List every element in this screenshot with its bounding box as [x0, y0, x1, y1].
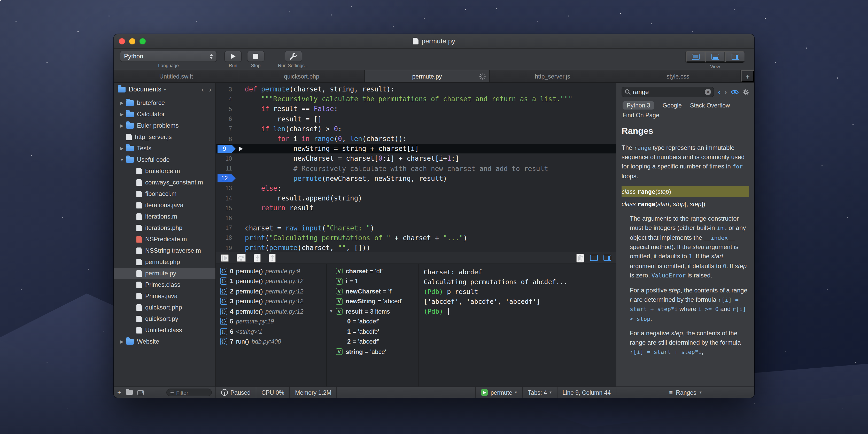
sidebar-item-Useful code[interactable]: ▼Useful code — [114, 154, 215, 165]
variable-charset[interactable]: Vcharset= 'df' — [327, 266, 418, 276]
docs-mode-select[interactable]: ≡ Ranges ▾ — [616, 387, 754, 398]
sidebar-item-Euler problems[interactable]: ▶Euler problems — [114, 120, 215, 131]
view-console-button[interactable] — [705, 51, 725, 63]
stack-frame-3[interactable]: {}3permute()permute.py:12 — [216, 296, 326, 306]
run-target-select[interactable]: permute ▾ — [476, 387, 522, 398]
sidebar-header[interactable]: Documents ▾ ‹ › — [114, 83, 215, 96]
code-line-11[interactable]: 11 # Recursively calculate with each new… — [216, 163, 616, 173]
new-tab-button[interactable]: + — [741, 70, 754, 82]
breakpoint-indicator[interactable]: 9 — [218, 145, 236, 153]
sidebar-item-Tests[interactable]: ▶Tests — [114, 143, 215, 154]
view-editor-button[interactable] — [686, 51, 705, 63]
reveal-file-button[interactable] — [137, 390, 144, 395]
stack-frame-4[interactable]: {}4permute()permute.py:12 — [216, 306, 326, 316]
continue-button[interactable] — [221, 254, 229, 262]
variable-result[interactable]: ▼Vresult= 3 items — [327, 306, 418, 316]
sidebar-back-button[interactable]: ‹ — [201, 86, 204, 93]
sidebar-item-Primes.class[interactable]: Primes.class — [114, 279, 215, 290]
code-line-3[interactable]: 3def permute(charset, string, result): — [216, 84, 616, 94]
sidebar-item-permute.py[interactable]: permute.py — [114, 268, 215, 279]
window-titlebar[interactable]: permute.py — [114, 34, 754, 49]
disclosure-triangle-icon[interactable]: ▶ — [118, 123, 126, 128]
docs-tab-Google[interactable]: Google — [663, 102, 682, 108]
code-line-18[interactable]: 18print("Calculating permutations of " +… — [216, 233, 616, 243]
console-output[interactable]: Charset: abcdefCalculating permutations … — [418, 264, 616, 386]
sidebar-forward-button[interactable]: › — [209, 86, 211, 93]
clear-console-button[interactable] — [576, 253, 584, 262]
sidebar-item-http_server.js[interactable]: http_server.js — [114, 131, 215, 143]
code-line-14[interactable]: 14 result.append(string) — [216, 193, 616, 203]
close-button[interactable] — [119, 38, 125, 44]
code-line-13[interactable]: 13 else: — [216, 183, 616, 193]
code-line-19[interactable]: 19print(permute(charset, "", [])) — [216, 243, 616, 252]
variable-0[interactable]: 0= 'abcdef' — [327, 316, 418, 327]
toggle-console-panel-button[interactable] — [590, 255, 598, 261]
tab-permute.py[interactable]: permute.py — [365, 70, 490, 82]
view-sidebar-button[interactable] — [725, 51, 745, 63]
code-editor[interactable]: 3def permute(charset, string, result):4 … — [216, 83, 616, 252]
code-line-10[interactable]: 10 newCharset = charset[0:i] + charset[i… — [216, 154, 616, 163]
filter-input[interactable]: Filter — [166, 389, 212, 396]
sidebar-item-bruteforce[interactable]: ▶bruteforce — [114, 97, 215, 108]
code-line-12[interactable]: 12 permute(newCharset, newString, result… — [216, 173, 616, 183]
stack-frame-5[interactable]: {}5permute.py:19 — [216, 316, 326, 327]
add-file-button[interactable]: + — [117, 389, 121, 396]
sidebar-item-quicksort.php[interactable]: quicksort.php — [114, 302, 215, 313]
sidebar-item-NSPredicate.m[interactable]: NSPredicate.m — [114, 234, 215, 245]
step-over-button[interactable] — [237, 254, 246, 262]
code-line-15[interactable]: 15 return result — [216, 203, 616, 213]
debug-status[interactable]: Paused — [216, 387, 256, 398]
docs-back-button[interactable]: ‹ — [718, 88, 721, 96]
sidebar-item-Untitled.class[interactable]: Untitled.class — [114, 324, 215, 336]
step-into-button[interactable] — [254, 253, 261, 262]
disclosure-triangle-icon[interactable]: ▶ — [118, 339, 126, 344]
variable-newCharset[interactable]: VnewCharset= 'f' — [327, 286, 418, 296]
gear-icon[interactable] — [742, 89, 749, 95]
tab-http_server.js[interactable]: http_server.js — [490, 70, 616, 82]
docs-tab-Stack Overflow[interactable]: Stack Overflow — [690, 102, 730, 108]
cursor-position[interactable]: Line 9, Column 44 — [557, 387, 616, 398]
sidebar-item-iterations.m[interactable]: iterations.m — [114, 211, 215, 222]
code-line-4[interactable]: 4 """Recursively calculate the permutati… — [216, 94, 616, 104]
stack-frame-1[interactable]: {}1permute()permute.py:12 — [216, 276, 326, 286]
language-select[interactable]: Python — [120, 51, 217, 62]
sidebar-item-fibonacci.m[interactable]: fibonacci.m — [114, 188, 215, 199]
stack-frame-0[interactable]: {}0permute()permute.py:9 — [216, 266, 326, 276]
sidebar-item-bruteforce.m[interactable]: bruteforce.m — [114, 165, 215, 177]
disclosure-triangle-icon[interactable]: ▶ — [118, 100, 126, 105]
eye-icon[interactable] — [731, 89, 739, 95]
variable-2[interactable]: 2= 'abcedf' — [327, 337, 418, 347]
sidebar-item-iterations.java[interactable]: iterations.java — [114, 199, 215, 211]
code-line-6[interactable]: 6 result = [] — [216, 114, 616, 124]
sidebar-item-Calculator[interactable]: ▶Calculator — [114, 108, 215, 120]
new-folder-button[interactable] — [126, 390, 132, 395]
sidebar-item-Website[interactable]: ▶Website — [114, 336, 215, 347]
run-settings-button[interactable] — [284, 51, 302, 62]
sidebar-item-conways_constant.m[interactable]: conways_constant.m — [114, 177, 215, 188]
disclosure-triangle-icon[interactable]: ▼ — [118, 157, 126, 162]
disclosure-triangle-icon[interactable]: ▶ — [118, 112, 126, 117]
code-line-16[interactable]: 16 — [216, 213, 616, 223]
docs-tab-Find On Page[interactable]: Find On Page — [623, 112, 659, 118]
tab-style.css[interactable]: style.css — [615, 70, 741, 82]
tab-Untitled.swift[interactable]: Untitled.swift — [114, 70, 239, 82]
toggle-docs-panel-button[interactable] — [603, 255, 611, 261]
minimize-button[interactable] — [129, 38, 135, 44]
disclosure-triangle-icon[interactable]: ▶ — [118, 146, 126, 151]
variable-string[interactable]: Vstring= 'abce' — [327, 347, 418, 357]
stop-button[interactable] — [247, 51, 265, 62]
sidebar-item-permute.php[interactable]: permute.php — [114, 256, 215, 268]
docs-forward-button[interactable]: › — [724, 88, 727, 96]
stack-frame-2[interactable]: {}2permute()permute.py:12 — [216, 286, 326, 296]
breakpoint-indicator[interactable]: 12 — [218, 174, 236, 182]
disclosure-triangle-icon[interactable]: ▼ — [329, 309, 333, 314]
code-line-17[interactable]: 17charset = raw_input("Charset: ") — [216, 223, 616, 233]
zoom-button[interactable] — [140, 38, 146, 44]
sidebar-item-NSString traverse.m[interactable]: NSString traverse.m — [114, 245, 215, 256]
variable-newString[interactable]: VnewString= 'abced' — [327, 296, 418, 306]
docs-search-input[interactable]: range × — [622, 87, 714, 97]
code-line-7[interactable]: 7 if len(charset) > 0: — [216, 124, 616, 134]
clear-search-button[interactable]: × — [705, 89, 711, 95]
stack-frame-6[interactable]: {}6<string>:1 — [216, 327, 326, 337]
run-button[interactable] — [224, 51, 242, 62]
